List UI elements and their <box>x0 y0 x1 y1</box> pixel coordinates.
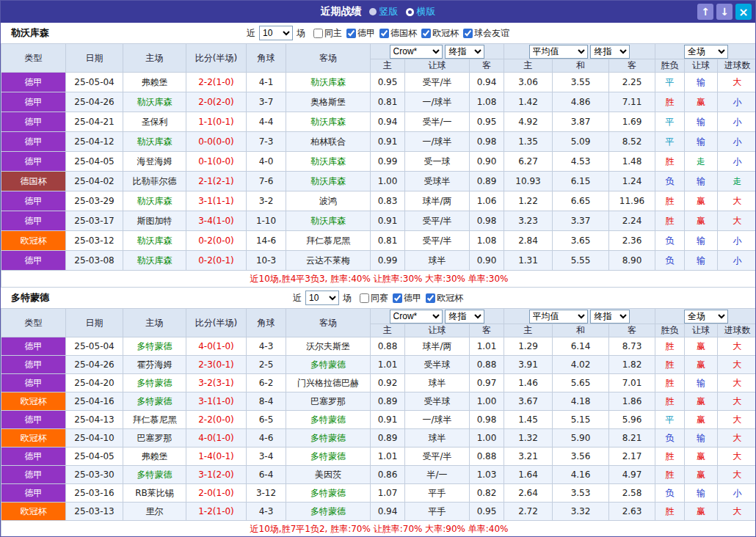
handicap-odds-home: 0.86 <box>371 466 405 484</box>
result-goals: 大 <box>718 466 756 484</box>
corner-score: 4-3 <box>247 337 286 356</box>
filter-checkbox[interactable]: 欧冠杯 <box>421 27 459 40</box>
result-outcome: 负 <box>655 231 685 251</box>
odds-time-select[interactable]: 终指 <box>445 310 484 324</box>
odds-company-select[interactable]: Crow* <box>390 310 443 324</box>
checkbox-input[interactable] <box>360 293 369 303</box>
checkbox-input[interactable] <box>463 29 473 38</box>
avg-odds-select[interactable]: 平均值 <box>529 45 588 59</box>
avg-odds-select[interactable]: 平均值 <box>529 310 588 324</box>
avg-odds-header: 平均值 终指 <box>504 44 655 59</box>
section-header: 勒沃库森 近 10 场 同主德甲德国杯欧冠杯球会友谊 <box>1 23 755 43</box>
col-goals: 进球数 <box>718 59 756 73</box>
team-section: 多特蒙德 近 10 场 同赛德甲欧冠杯 类型 日期 <box>1 288 755 537</box>
match-date: 25-04-02 <box>66 172 123 191</box>
checkbox-label: 欧冠杯 <box>437 292 463 304</box>
league-badge: 德甲 <box>1 356 66 374</box>
away-team: 勒沃库森 <box>286 172 371 191</box>
euro-odds-draw: 4.53 <box>553 152 609 172</box>
filter-checkbox[interactable]: 德甲 <box>393 292 421 304</box>
checkbox-input[interactable] <box>421 29 431 38</box>
col-result: 胜负 <box>655 59 685 73</box>
checkbox-label: 同赛 <box>371 292 388 304</box>
scope-header: 全场 <box>655 309 756 324</box>
result-goals: 小 <box>718 484 756 503</box>
result-handicap: 输 <box>685 374 718 392</box>
result-outcome: 胜 <box>655 374 685 392</box>
euro-odds-home: 1.64 <box>504 466 553 484</box>
close-button[interactable]: × <box>735 4 752 20</box>
handicap-odds-away: 0.97 <box>470 374 504 392</box>
euro-odds-away: 8.52 <box>609 132 655 152</box>
checkbox-input[interactable] <box>313 29 323 38</box>
euro-odds-draw: 6.14 <box>553 337 609 356</box>
euro-odds-away: 2.24 <box>609 211 655 231</box>
checkbox-input[interactable] <box>379 29 389 38</box>
scope-select[interactable]: 全场 <box>684 310 728 324</box>
match-score: 0-2(0-0) <box>186 231 247 251</box>
handicap-line: 一/球半 <box>405 92 470 112</box>
handicap-line: 一/球半 <box>405 132 470 152</box>
filter-checkbox[interactable]: 德国杯 <box>379 27 417 40</box>
handicap-odds-home: 1.01 <box>371 356 405 374</box>
handicap-odds-home: 0.81 <box>371 92 405 112</box>
league-badge: 德国杯 <box>1 172 66 191</box>
col-date: 日期 <box>66 44 123 73</box>
result-goals: 大 <box>718 73 756 92</box>
checkbox-input[interactable] <box>393 293 402 303</box>
handicap-odds-home: 0.91 <box>371 211 405 231</box>
match-date: 25-05-04 <box>66 337 123 356</box>
corner-score: 2-5 <box>247 356 286 374</box>
filter-checkbox[interactable]: 同赛 <box>360 292 388 304</box>
layout-radio-vertical[interactable]: 竖版 <box>369 5 399 18</box>
col-handicap: 让球 <box>405 324 470 337</box>
odds-company-select[interactable]: Crow* <box>390 45 443 59</box>
away-team: 勒沃库森 <box>286 152 371 172</box>
euro-odds-draw: 3.55 <box>553 73 609 92</box>
filter-checkbox[interactable]: 球会友谊 <box>463 27 509 40</box>
handicap-line: 平手 <box>405 503 470 521</box>
match-date: 25-03-29 <box>66 191 123 211</box>
checkbox-input[interactable] <box>426 293 435 303</box>
radio-horizontal-icon <box>406 8 414 16</box>
summary-text: 近10场,胜7平1负2, 胜率:70% 让胜率:70% 大率:90% 单率:40… <box>1 521 756 537</box>
scope-select[interactable]: 全场 <box>684 45 728 59</box>
euro-odds-home: 3.21 <box>504 448 553 466</box>
col-euro-away: 客 <box>609 59 655 73</box>
euro-odds-draw: 3.87 <box>553 112 609 132</box>
filter-checkboxes: 同主德甲德国杯欧冠杯球会友谊 <box>309 27 509 40</box>
match-count-select[interactable]: 10 <box>305 291 339 305</box>
col-result: 胜负 <box>655 324 685 337</box>
result-outcome: 胜 <box>655 152 685 172</box>
handicap-line: 受平/半 <box>405 231 470 251</box>
corner-score: 6-5 <box>247 411 286 429</box>
filter-checkbox[interactable]: 欧冠杯 <box>426 292 463 304</box>
result-outcome: 负 <box>655 429 685 448</box>
up-arrow-icon: ↑ <box>701 6 710 18</box>
league-badge: 欧冠杯 <box>1 392 66 411</box>
odds-time-select[interactable]: 终指 <box>445 45 484 59</box>
col-odds-home: 主 <box>371 324 405 337</box>
match-date: 25-03-17 <box>66 211 123 231</box>
filter-checkbox[interactable]: 德甲 <box>346 27 375 40</box>
handicap-odds-home: 0.92 <box>371 374 405 392</box>
euro-odds-away: 1.82 <box>609 356 655 374</box>
handicap-odds-away: 1.06 <box>470 191 504 211</box>
match-score: 3-1(1-0) <box>186 392 247 411</box>
filter-checkbox[interactable]: 同主 <box>313 27 342 40</box>
layout-radio-horizontal[interactable]: 横版 <box>406 5 436 18</box>
avg-time-select[interactable]: 终指 <box>590 310 630 324</box>
euro-odds-away: 2.36 <box>609 231 655 251</box>
home-team: 巴塞罗那 <box>123 429 186 448</box>
match-count-select[interactable]: 10 <box>259 26 293 40</box>
euro-odds-home: 3.91 <box>504 356 553 374</box>
euro-odds-draw: 4.86 <box>553 92 609 112</box>
scroll-down-button[interactable]: ↓ <box>716 4 733 20</box>
checkbox-input[interactable] <box>346 29 356 38</box>
result-goals: 大 <box>718 356 756 374</box>
scroll-up-button[interactable]: ↑ <box>697 4 713 20</box>
handicap-line: 受平/半 <box>405 448 470 466</box>
handicap-odds-home: 0.81 <box>371 231 405 251</box>
avg-time-select[interactable]: 终指 <box>590 45 630 59</box>
handicap-odds-away: 1.03 <box>470 466 504 484</box>
